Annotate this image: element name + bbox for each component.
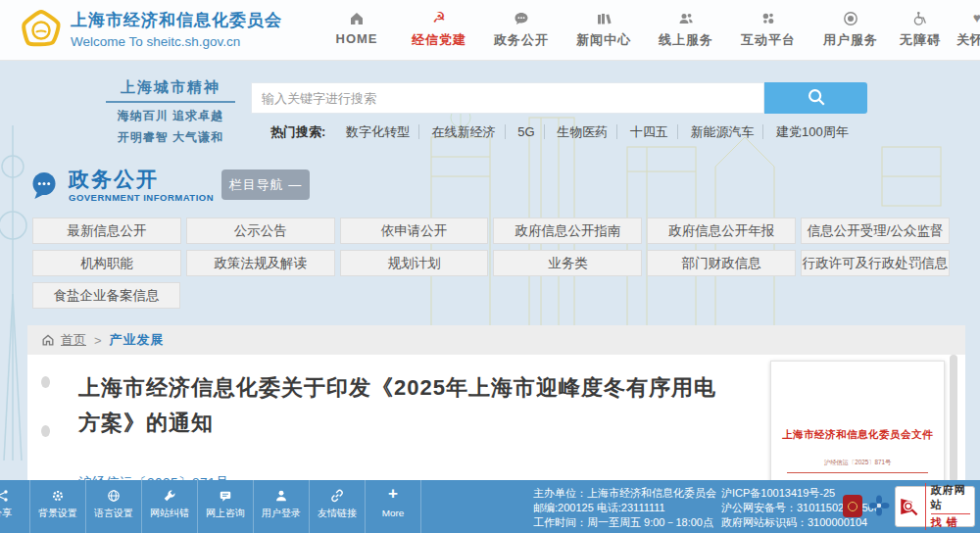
users-icon <box>645 8 727 27</box>
nav-item-news[interactable]: 新闻中心 <box>563 8 645 49</box>
menu-item[interactable]: 规划计划 <box>340 250 489 276</box>
page: 上海市经济和信息化委员会 Welcome To sheitc.sh.gov.cn… <box>0 0 980 533</box>
hot-search-row: 热门搜索: 数字化转型 在线新经济 5G 生物医药 十四五 新能源汽车 建党10… <box>270 123 858 141</box>
nav-item-accessibility[interactable]: 无障碍 <box>892 8 949 49</box>
decorative-dot <box>41 425 50 437</box>
speech-bubble-icon <box>29 170 59 202</box>
hot-search-link[interactable]: 5G <box>509 124 544 139</box>
preview-doc-number: 沪经信运〔2025〕871号 <box>780 459 935 467</box>
footer: 分享 背景设置 语言设置 网站纠错 网上咨询 用户登录 <box>0 480 980 533</box>
gear-icon <box>30 487 85 503</box>
hot-search-link[interactable]: 建党100周年 <box>767 124 858 139</box>
gov-site-emblem-icon[interactable] <box>868 495 890 516</box>
footer-tool-friendly-links[interactable]: 友情链接 <box>310 480 366 533</box>
menu-row: 机构职能 政策法规及解读 规划计划 业务类 部门财政信息 行政许可及行政处罚信息 <box>32 250 950 276</box>
nav-item-care-version[interactable]: ♥ 关怀版 <box>949 8 980 49</box>
footer-tool-online-consult[interactable]: 网上咨询 <box>198 480 254 533</box>
plus-icon: + <box>366 487 420 503</box>
nav-label: 互动平台 <box>727 31 809 49</box>
menu-item[interactable]: 业务类 <box>493 250 642 276</box>
footer-info-line: 工作时间：周一至周五 9:00－18:00点 <box>533 515 716 530</box>
nav-item-party[interactable]: ☭ 经信党建 <box>398 8 480 49</box>
globe-icon <box>86 487 141 503</box>
hot-search-link[interactable]: 新能源汽车 <box>681 124 763 139</box>
speech-bubble-icon <box>480 8 563 27</box>
menu-item[interactable]: 行政许可及行政处罚信息 <box>801 250 950 276</box>
nav-label: HOME <box>316 31 398 46</box>
search-input[interactable] <box>252 83 763 113</box>
footer-tool-language-settings[interactable]: 语言设置 <box>86 480 142 533</box>
nav-label: 经信党建 <box>398 31 480 49</box>
footer-tool-label: 用户登录 <box>255 507 307 519</box>
nav-label: 新闻中心 <box>563 31 645 49</box>
hot-search-link[interactable]: 数字化转型 <box>337 124 419 139</box>
menu-item[interactable]: 食盐企业备案信息 <box>32 282 180 309</box>
footer-info-line: 主办单位：上海市经济和信息化委员会 <box>533 486 716 501</box>
footer-tool-label: 网站纠错 <box>143 507 195 519</box>
footer-tool-label: 分享 <box>0 507 28 519</box>
section-subtitle: GOVERNMENT INFORMATION <box>69 192 214 203</box>
footer-tool-background-settings[interactable]: 背景设置 <box>30 480 86 533</box>
site-header: 上海市经济和信息化委员会 Welcome To sheitc.sh.gov.cn… <box>0 0 980 61</box>
heart-icon: ♥ <box>949 8 980 27</box>
nav-item-interactive[interactable]: 互动平台 <box>727 8 809 49</box>
breadcrumb-separator: > <box>94 333 102 348</box>
column-nav-toggle-button[interactable]: 栏目导航 — <box>221 170 310 200</box>
nav-item-user-service[interactable]: 用户服务 <box>809 8 892 49</box>
menu-row: 食盐企业备案信息 <box>32 282 950 309</box>
section-title: 政务公开 <box>69 169 214 190</box>
menu-item[interactable]: 部门财政信息 <box>647 250 796 276</box>
footer-tool-more[interactable]: + More <box>366 480 421 533</box>
breadcrumb: 首页 > 产业发展 <box>27 325 965 355</box>
brand-block: 上海市经济和信息化委员会 Welcome To sheitc.sh.gov.cn <box>71 9 282 49</box>
security-emblem-icon[interactable] <box>843 495 862 517</box>
user-circle-icon <box>809 8 892 27</box>
chat-icon <box>198 487 253 503</box>
menu-row: 最新信息公开 公示公告 依申请公开 政府信息公开指南 政府信息公开年报 信息公开… <box>32 218 950 244</box>
hot-search-link[interactable]: 生物医药 <box>548 124 617 139</box>
badge-line1: 政府网站 <box>931 483 970 514</box>
footer-tool-user-login[interactable]: 用户登录 <box>254 480 310 533</box>
footer-info-left: 主办单位：上海市经济和信息化委员会 邮编:200125 电话:23111111 … <box>533 486 716 530</box>
menu-item[interactable]: 最新信息公开 <box>32 218 181 244</box>
section-header: 政务公开 GOVERNMENT INFORMATION <box>29 169 214 203</box>
footer-tool-error-correction[interactable]: 网站纠错 <box>142 480 198 533</box>
menu-item[interactable]: 政府信息公开指南 <box>493 218 642 244</box>
breadcrumb-home-link[interactable]: 首页 <box>61 331 86 349</box>
footer-tool-label: 友情链接 <box>311 507 363 519</box>
menu-item[interactable]: 政策法规及解读 <box>186 250 335 276</box>
search-box <box>251 82 764 114</box>
nav-item-home[interactable]: HOME <box>316 8 398 46</box>
city-spirit-line: 开明睿智 大气谦和 <box>106 129 235 146</box>
link-icon <box>310 487 365 503</box>
share-icon <box>0 487 29 503</box>
nav-item-gov-info[interactable]: 政务公开 <box>480 8 563 49</box>
footer-site-id-line: 政府网站标识码：3100000104 <box>721 515 880 530</box>
hot-search-label: 热门搜索: <box>270 124 325 139</box>
city-spirit-block: 上海城市精神 海纳百川 追求卓越 开明睿智 大气谦和 <box>106 78 235 146</box>
footer-tool-share[interactable]: 分享 <box>0 480 30 533</box>
city-spirit-line: 海纳百川 追求卓越 <box>106 108 235 124</box>
preview-scrollbar[interactable] <box>950 355 957 482</box>
footer-toolbar: 分享 背景设置 语言设置 网站纠错 网上咨询 用户登录 <box>0 480 421 533</box>
find-error-badge-text: 政府网站 找错 <box>925 483 970 530</box>
hot-search-link[interactable]: 十四五 <box>621 124 678 139</box>
home-icon <box>41 333 55 347</box>
search-button[interactable] <box>764 82 867 114</box>
gov-site-find-error-badge[interactable]: 政府网站 找错 <box>895 486 975 527</box>
badge-line2: 找错 <box>931 515 970 530</box>
menu-item[interactable]: 公示公告 <box>186 218 335 244</box>
menu-item[interactable]: 依申请公开 <box>340 218 489 244</box>
preview-red-rule <box>787 472 928 473</box>
hot-search-link[interactable]: 在线新经济 <box>423 124 506 139</box>
nav-item-online-service[interactable]: 线上服务 <box>645 8 727 49</box>
menu-item[interactable]: 机构职能 <box>32 250 181 276</box>
article-title: 上海市经济信息化委关于印发《2025年上海市迎峰度冬有序用电方案》的通知 <box>78 370 737 441</box>
dots-cluster-icon <box>727 8 809 27</box>
footer-tool-label: 网上咨询 <box>199 507 251 519</box>
menu-item[interactable]: 政府信息公开年报 <box>647 218 796 244</box>
menu-item[interactable]: 信息公开受理/公众监督 <box>801 218 950 244</box>
news-books-icon <box>563 8 645 27</box>
error-magnifier-icon <box>900 494 921 519</box>
site-title: 上海市经济和信息化委员会 <box>71 9 282 31</box>
